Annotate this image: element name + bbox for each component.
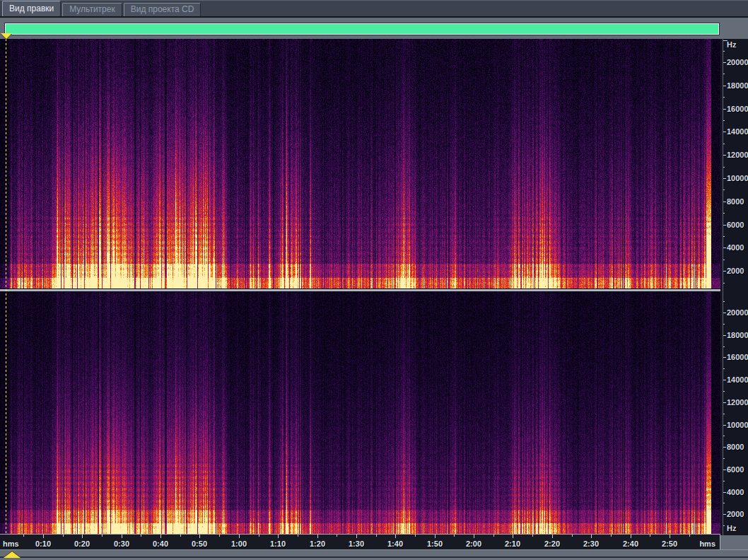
time-tick [180, 535, 181, 537]
freq-minor-tick [723, 167, 725, 168]
freq-tick-label: 14000 [727, 127, 748, 136]
freq-tick-label: 2000 [727, 267, 744, 275]
freq-major-tick [723, 335, 726, 336]
tab-edit-view[interactable]: Вид правки [2, 1, 61, 16]
freq-tick-label: 18000 [727, 331, 748, 339]
time-tick [513, 535, 513, 538]
time-tick [650, 535, 650, 537]
freq-tick-label: 12000 [727, 151, 748, 159]
time-tick-label: 1:50 [427, 539, 443, 548]
spectrogram-left-channel[interactable] [0, 39, 720, 288]
time-tick-label: 0:30 [114, 539, 129, 548]
freq-minor-tick [723, 368, 725, 369]
playhead-top-marker-icon[interactable] [1, 33, 12, 39]
freq-tick-label: 14000 [727, 375, 748, 384]
freq-tick-label: 4000 [727, 243, 744, 252]
freq-minor-tick [723, 414, 725, 414]
spectrogram-right-channel[interactable] [0, 292, 720, 534]
freq-major-tick [723, 425, 726, 426]
freq-minor-tick [723, 525, 725, 526]
frequency-ruler-column[interactable]: Hz20000180001600014000120001000080006000… [720, 39, 748, 535]
freq-minor-tick [723, 391, 725, 392]
time-tick-label: 2:00 [466, 539, 481, 548]
freq-minor-tick [723, 458, 725, 459]
freq-major-tick [723, 514, 726, 515]
time-tick [278, 535, 279, 538]
freq-major-tick [723, 109, 726, 110]
tab-multitrack[interactable]: Мультитрек [62, 3, 122, 16]
time-tick [102, 535, 103, 537]
freq-minor-tick [723, 51, 725, 52]
freq-tick-label: Hz [727, 40, 736, 49]
freq-major-tick [723, 247, 726, 248]
freq-major-tick [723, 313, 726, 313]
freq-minor-tick [723, 481, 725, 482]
freq-tick-label: 4000 [727, 488, 744, 496]
freq-major-tick [723, 178, 726, 179]
time-tick-label: 2:30 [583, 539, 599, 548]
time-tick-label: 2:10 [505, 539, 520, 548]
time-tick-label: 1:00 [231, 539, 247, 548]
freq-minor-tick [723, 236, 725, 237]
frequency-ruler-top[interactable]: Hz20000180001600014000120001000080006000… [720, 39, 748, 288]
freq-minor-tick [723, 144, 725, 144]
time-tick [689, 535, 690, 537]
freq-major-tick [723, 132, 726, 132]
freq-major-tick [723, 62, 726, 63]
time-tick [670, 535, 670, 538]
freq-major-tick [723, 225, 726, 226]
freq-minor-tick [723, 74, 725, 74]
time-tick [141, 535, 141, 537]
freq-tick-label: 16000 [727, 353, 748, 361]
freq-major-tick [723, 155, 726, 156]
tab-cd-project[interactable]: Вид проекта CD [124, 3, 201, 16]
time-tick [631, 535, 631, 538]
freq-tick-label: Hz [727, 524, 736, 532]
time-tick [474, 535, 474, 538]
timeline-ruler[interactable]: hmshms0:100:200:300:400:501:001:101:201:… [0, 534, 720, 549]
freq-major-tick [723, 447, 726, 448]
freq-major-tick [723, 469, 726, 470]
freq-tick-label: 6000 [727, 465, 744, 474]
playback-cursor-line[interactable] [6, 39, 6, 534]
overview-toolbar [0, 18, 748, 39]
freq-tick-label: 16000 [727, 105, 748, 113]
time-tick-label: 0:10 [35, 539, 51, 548]
time-tick-label: 2:20 [544, 539, 560, 548]
view-tabbar: Вид правкиМультитрекВид проекта CD [0, 0, 748, 18]
freq-minor-tick [723, 301, 725, 302]
freq-minor-tick [723, 503, 725, 503]
overview-navigation-bar[interactable] [5, 23, 719, 35]
time-tick [376, 535, 377, 537]
frequency-ruler-bottom[interactable]: 2000018000160001400012000100008000600040… [720, 292, 748, 535]
freq-tick-label: 12000 [727, 398, 748, 407]
time-tick-label: hms [699, 539, 715, 548]
time-tick-label: 2:40 [623, 539, 638, 548]
time-tick [43, 535, 44, 538]
freq-major-tick [723, 357, 726, 358]
time-tick [239, 535, 240, 538]
time-tick-label: 1:10 [270, 539, 286, 548]
freq-tick-label: 10000 [727, 421, 748, 429]
freq-minor-tick [723, 120, 725, 121]
time-tick-label: 0:50 [192, 539, 207, 548]
freq-minor-tick [723, 283, 725, 284]
freq-minor-tick [723, 189, 725, 190]
freq-major-tick [723, 380, 726, 380]
time-tick-label: 2:50 [662, 539, 677, 548]
freq-major-tick [723, 271, 726, 272]
freq-tick-label: 6000 [727, 221, 744, 229]
freq-tick-label: 2000 [727, 510, 744, 518]
time-tick [532, 535, 533, 537]
time-tick [611, 535, 612, 537]
time-tick [572, 535, 573, 537]
playhead-bottom-marker-icon[interactable] [4, 552, 21, 558]
freq-tick-label: 10000 [727, 174, 748, 182]
freq-tick-label: 18000 [727, 81, 748, 90]
freq-tick-label: 20000 [727, 58, 748, 66]
time-tick-label: hms [3, 539, 19, 548]
time-tick [298, 535, 298, 537]
freq-major-tick [723, 402, 726, 403]
time-tick-label: 1:20 [310, 539, 325, 548]
time-tick [317, 535, 318, 538]
